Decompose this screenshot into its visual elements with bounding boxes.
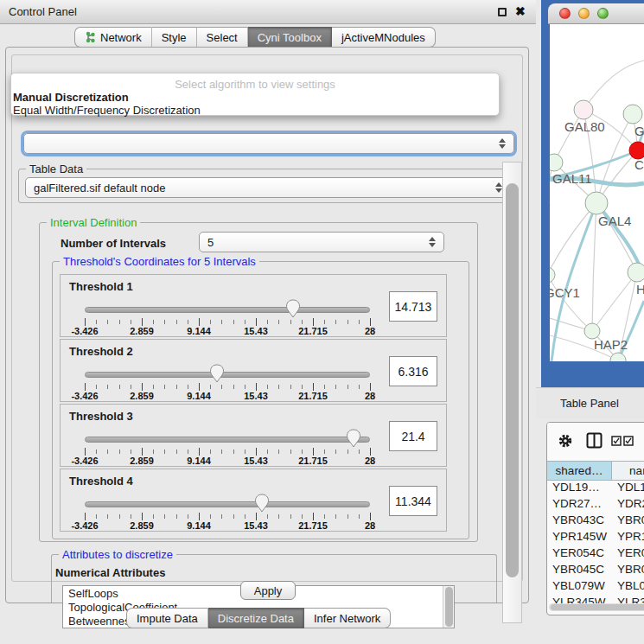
close-traffic-light-icon[interactable] bbox=[559, 8, 571, 19]
threshold-4-slider-track[interactable] bbox=[85, 501, 370, 507]
node-h[interactable] bbox=[628, 263, 644, 282]
threshold-2-slider-track[interactable] bbox=[85, 372, 370, 378]
network-window-titlebar[interactable] bbox=[548, 3, 644, 24]
table-data-group-label: Table Data bbox=[26, 163, 86, 175]
table-row[interactable]: YBR045C YBR0 bbox=[547, 563, 644, 579]
tab-cyni-toolbox[interactable]: Cyni Toolbox bbox=[248, 27, 332, 48]
dropdown-placeholder-item[interactable]: Select algorithm to view settings bbox=[11, 78, 499, 91]
split-panel-icon[interactable] bbox=[586, 432, 603, 449]
node-gal4[interactable] bbox=[585, 192, 608, 214]
tab-infer-network[interactable]: Infer Network bbox=[304, 608, 391, 628]
threshold-4-slider-thumb[interactable] bbox=[254, 494, 270, 513]
column-header-shared-name[interactable]: shared… bbox=[547, 462, 612, 480]
slider-ticks bbox=[85, 318, 370, 326]
threshold-2-value-field[interactable]: 6.316 bbox=[389, 356, 437, 386]
minimize-traffic-light-icon[interactable] bbox=[578, 8, 590, 19]
threshold-1-slider-track[interactable] bbox=[85, 307, 370, 313]
number-of-intervals-combobox[interactable]: 5 bbox=[199, 232, 444, 252]
threshold-3-value-field[interactable]: 21.4 bbox=[389, 421, 437, 451]
select-columns-icon[interactable] bbox=[611, 436, 634, 446]
interval-definition-group-label: Interval Definition bbox=[47, 216, 140, 229]
table-row[interactable]: YDL19… YDL1 bbox=[547, 481, 644, 497]
table-row[interactable]: YPR145W YPR1 bbox=[547, 530, 644, 546]
table-row[interactable]: YER054C YER0 bbox=[547, 546, 644, 563]
gear-icon[interactable] bbox=[558, 433, 573, 449]
attributes-list-scrollbar[interactable] bbox=[443, 586, 454, 628]
threshold-3-slider-track[interactable] bbox=[85, 437, 370, 443]
slider-tick-labels: -3.4262.859 9.14415.43 21.71528 bbox=[85, 456, 370, 466]
threshold-1-slider-thumb[interactable] bbox=[285, 299, 301, 318]
float-window-icon[interactable] bbox=[498, 8, 507, 16]
table-header-row: shared… name bbox=[547, 461, 644, 481]
thresholds-group-label: Threshold's Coordinates for 5 Intervals bbox=[60, 255, 259, 268]
slider-ticks bbox=[85, 448, 370, 456]
node-table: shared… name YDL19… YDL1 YDR27… YDR2 YBR… bbox=[547, 461, 644, 615]
node-gal11[interactable] bbox=[550, 154, 563, 171]
combo-arrows-icon bbox=[499, 138, 506, 149]
threshold-4-value-field[interactable]: 11.344 bbox=[389, 486, 437, 516]
node-gcy1[interactable] bbox=[550, 267, 555, 283]
threshold-2-label: Threshold 2 bbox=[69, 345, 133, 358]
node-selected-red[interactable] bbox=[629, 142, 644, 159]
dropdown-item-equal-width-frequency[interactable]: Equal Width/Frequency Discretization bbox=[13, 104, 201, 117]
threshold-2-slider-thumb[interactable] bbox=[209, 364, 225, 383]
table-row[interactable]: YBL079W YBL0 bbox=[547, 579, 644, 596]
tab-jactivemnodules[interactable]: jActiveMNodules bbox=[332, 27, 436, 48]
table-row[interactable]: YBR043C YBR0 bbox=[547, 513, 644, 530]
control-panel-titlebar: Control Panel ✖ bbox=[0, 0, 536, 24]
tab-select[interactable]: Select bbox=[197, 27, 248, 48]
threshold-4-box: Threshold 4 -3.4262.859 9.14415.43 21.71… bbox=[60, 469, 447, 532]
threshold-2-box: Threshold 2 -3.4262.859 9.14415.43 21.71… bbox=[60, 339, 447, 402]
cyni-toolbox-panel: Discretization Algorithm Table Data galF… bbox=[5, 47, 529, 603]
table-toolbar bbox=[547, 423, 644, 461]
network-graph: GAL80 GA C GAL11 GAL4 GCY1 H HAP2 bbox=[550, 24, 644, 361]
network-window-frame: GAL80 GA C GAL11 GAL4 GCY1 H HAP2 bbox=[541, 0, 644, 387]
close-icon[interactable]: ✖ bbox=[515, 4, 526, 18]
node-gal80[interactable] bbox=[574, 100, 593, 119]
tab-discretize-data[interactable]: Discretize Data bbox=[208, 608, 304, 628]
tab-style[interactable]: Style bbox=[152, 27, 197, 48]
top-tabbar: Network Style Select Cyni Toolbox jActiv… bbox=[74, 27, 436, 48]
node-label-gal4: GAL4 bbox=[598, 214, 631, 228]
apply-button[interactable]: Apply bbox=[240, 581, 296, 600]
table-row[interactable]: YIL052C YIL0 bbox=[547, 612, 644, 615]
slider-tick-labels: -3.4262.859 9.14415.43 21.71528 bbox=[85, 391, 370, 401]
tab-impute-data[interactable]: Impute Data bbox=[126, 608, 208, 628]
slider-ticks bbox=[85, 513, 370, 520]
bottom-tabbar: Impute Data Discretize Data Infer Networ… bbox=[126, 608, 391, 628]
slider-ticks bbox=[85, 383, 370, 391]
combo-arrows-icon bbox=[429, 237, 436, 247]
numerical-attributes-label: Numerical Attributes bbox=[55, 566, 165, 579]
threshold-1-box: Threshold 1 -3.4262.859 9.14415.43 21.71… bbox=[60, 274, 447, 337]
dropdown-item-manual-discretization[interactable]: Manual Discretization bbox=[13, 91, 129, 104]
interval-definition-group: Interval Definition Number of Intervals … bbox=[39, 222, 478, 542]
table-data-combobox[interactable]: galFiltered.sif default node bbox=[25, 177, 511, 198]
number-of-intervals-label: Number of Intervals bbox=[61, 237, 166, 250]
algorithm-dropdown-popup: Select algorithm to view settings Manual… bbox=[10, 73, 500, 116]
table-data-value: galFiltered.sif default node bbox=[34, 182, 165, 194]
threshold-1-value-field[interactable]: 14.713 bbox=[389, 291, 437, 322]
network-canvas[interactable]: GAL80 GA C GAL11 GAL4 GCY1 H HAP2 bbox=[550, 24, 644, 361]
slider-tick-labels: -3.4262.859 9.14415.43 21.71528 bbox=[85, 326, 370, 336]
node-ga[interactable] bbox=[623, 105, 642, 124]
panel-title: Control Panel bbox=[9, 5, 77, 18]
zoom-traffic-light-icon[interactable] bbox=[597, 8, 609, 19]
node-label-gal11: GAL11 bbox=[552, 171, 592, 186]
column-header-name[interactable]: name bbox=[612, 462, 644, 480]
thresholds-group: Threshold's Coordinates for 5 Intervals … bbox=[52, 261, 469, 539]
panel-vertical-scrollbar[interactable] bbox=[502, 162, 522, 623]
threshold-3-label: Threshold 3 bbox=[69, 410, 133, 423]
table-row[interactable]: YDR27… YDR2 bbox=[547, 497, 644, 513]
network-window[interactable]: GAL80 GA C GAL11 GAL4 GCY1 H HAP2 bbox=[548, 3, 644, 384]
node-label-gal80: GAL80 bbox=[564, 119, 605, 134]
threshold-3-slider-thumb[interactable] bbox=[346, 429, 361, 448]
table-panel-header: Table Panel bbox=[536, 387, 644, 418]
threshold-3-box: Threshold 3 -3.4262.859 9.14415.43 21.71… bbox=[60, 404, 447, 467]
algorithm-combobox[interactable] bbox=[23, 133, 514, 154]
tab-network[interactable]: Network bbox=[74, 27, 152, 48]
slider-tick-labels: -3.4262.859 9.14415.43 21.71528 bbox=[85, 520, 370, 531]
table-panel: shared… name YDL19… YDL1 YDR27… YDR2 YBR… bbox=[546, 422, 644, 615]
table-horizontal-scrollbar[interactable] bbox=[549, 603, 644, 611]
attributes-group-label: Attributes to discretize bbox=[59, 548, 176, 561]
node-label-ga: GA bbox=[634, 124, 644, 138]
